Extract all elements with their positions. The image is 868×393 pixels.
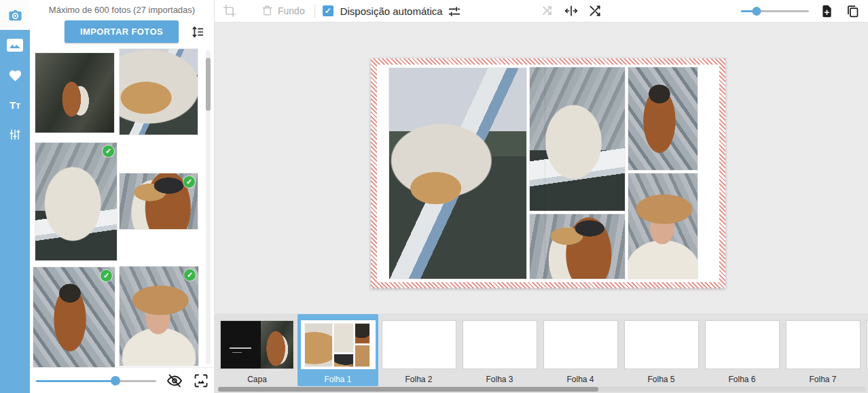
split-horizontal-icon[interactable] (564, 4, 578, 18)
slider-knob[interactable] (111, 376, 120, 386)
photo-used-check-icon: ✓ (103, 146, 114, 157)
page-thumb-collage (301, 320, 376, 369)
slider-fill (36, 380, 115, 382)
page-tile-folha-1[interactable]: Folha 1 (297, 314, 378, 386)
filmstrip-scrollbar-track (217, 387, 865, 392)
filmstrip-scrollbar-thumb[interactable] (218, 387, 598, 392)
photo-thumbnail-list: ✓ ✓ ✓ ✓ (30, 44, 214, 367)
page-tile-folha-6[interactable]: Folha 6 (702, 314, 782, 386)
page-thumb-empty (543, 320, 618, 369)
import-photos-button[interactable]: IMPORTAR FOTOS (65, 20, 179, 43)
swap-icon[interactable] (541, 4, 554, 18)
page-tile-capa[interactable]: Capa (217, 314, 297, 386)
page-filmstrip: Capa Folha 1 Folha 2 (215, 313, 868, 393)
page-tile-label: Folha 1 (324, 375, 351, 384)
editor-main: Fundo ✓ Disposição automática (214, 0, 868, 393)
cover-front (221, 321, 261, 369)
add-page-icon[interactable] (820, 4, 834, 18)
cover-subtitle-line (232, 352, 242, 353)
page-tile-label: Folha 6 (728, 375, 755, 384)
page-tile-label: Folha 7 (809, 375, 836, 384)
photo-panel: Máximo de 600 fotos (27 importadas) IMPO… (30, 0, 214, 393)
canvas-zoom-slider[interactable] (741, 5, 809, 16)
shuffle-icon[interactable] (588, 4, 602, 18)
page-tile-label: Folha 5 (647, 375, 674, 384)
page-tile-folha-4[interactable]: Folha 4 (540, 314, 621, 386)
page-tile-label: Capa (247, 375, 267, 384)
auto-layout-label: Disposição automática (340, 5, 443, 17)
page-thumb-empty (463, 320, 537, 369)
page-tile-folha-5[interactable]: Folha 5 (621, 314, 702, 386)
photo-used-check-icon: ✓ (101, 270, 112, 281)
camera-icon (7, 7, 23, 23)
spread-photo-couple-standing-marble[interactable] (530, 214, 625, 279)
page-thumb-empty (624, 320, 699, 369)
image-icon (7, 39, 23, 52)
spread-photo-woman-sitting-on-boat-bow[interactable] (530, 67, 625, 211)
duplicate-icon[interactable] (846, 4, 860, 18)
panel-scrollbar-thumb[interactable] (206, 58, 211, 111)
photobook-editor: TT Máximo de 600 fotos (27 importadas) I… (0, 0, 868, 393)
rail-item-text[interactable]: TT (0, 90, 30, 120)
photo-thumb-woman-on-boat-reaching-water[interactable] (120, 49, 198, 135)
trash-icon (261, 4, 274, 18)
spread-photo-man-leaning-marble-wall[interactable] (628, 67, 698, 170)
book-spread (371, 58, 725, 288)
slider-knob[interactable] (752, 7, 761, 16)
photo-used-check-icon: ✓ (184, 269, 196, 281)
rail-item-favorites[interactable] (0, 60, 30, 90)
auto-layout-checkbox[interactable]: ✓ (323, 5, 333, 16)
spread-photo-woman-portrait-tan-hat[interactable] (628, 173, 698, 279)
cover-photo (261, 321, 294, 369)
page-thumb-empty (382, 320, 456, 369)
page-fold-line (545, 58, 545, 288)
spread-page (377, 65, 719, 282)
cover-title-line (230, 347, 251, 349)
page-tiles: Capa Folha 1 Folha 2 (217, 314, 868, 386)
page-tile-label: Folha 2 (405, 375, 432, 384)
heart-icon (8, 69, 22, 82)
photo-thumb-couple-by-rocks-railing[interactable] (35, 53, 114, 133)
photo-count-text: Máximo de 600 fotos (27 importadas) (30, 0, 214, 15)
crop-icon[interactable] (223, 4, 236, 18)
photo-thumb-woman-portrait-tan-hat[interactable]: ✓ (120, 267, 198, 366)
app-logo-corner (0, 0, 30, 30)
page-tile-partial[interactable] (863, 314, 868, 386)
photo-thumb-woman-sitting-on-boat-bow[interactable]: ✓ (35, 143, 117, 260)
editor-toolbar: Fundo ✓ Disposição automática (215, 0, 868, 22)
rail-item-photos[interactable] (0, 30, 30, 60)
photo-panel-footer (30, 367, 214, 393)
background-label: Fundo (278, 5, 305, 16)
spread-photo-woman-on-boat-reaching-water[interactable] (389, 68, 526, 279)
background-button[interactable]: Fundo (261, 4, 305, 18)
text-icon: TT (10, 99, 20, 111)
sort-icon[interactable] (190, 24, 205, 39)
page-thumb-empty (705, 320, 780, 369)
thumbnail-size-slider[interactable] (36, 375, 156, 386)
page-tile-folha-2[interactable]: Folha 2 (378, 314, 459, 386)
canvas (215, 22, 868, 313)
fit-image-icon[interactable] (192, 371, 210, 390)
sliders-icon (8, 128, 22, 141)
eye-off-icon[interactable] (165, 371, 183, 390)
tool-rail: TT (0, 30, 30, 393)
photo-thumb-couple-standing-marble[interactable]: ✓ (120, 173, 198, 229)
page-tile-label: Folha 3 (486, 375, 513, 384)
page-thumb-empty (786, 320, 861, 369)
page-tile-label: Folha 4 (566, 375, 594, 384)
page-tile-folha-3[interactable]: Folha 3 (459, 314, 540, 386)
page-tile-folha-7[interactable]: Folha 7 (782, 314, 863, 386)
photo-thumb-man-leaning-marble-wall[interactable]: ✓ (33, 267, 115, 367)
photo-used-check-icon: ✓ (183, 176, 195, 188)
tune-icon[interactable] (447, 4, 462, 18)
rail-item-settings[interactable] (0, 120, 30, 150)
page-thumb-cover (220, 320, 295, 369)
toolbar-divider (314, 4, 315, 18)
